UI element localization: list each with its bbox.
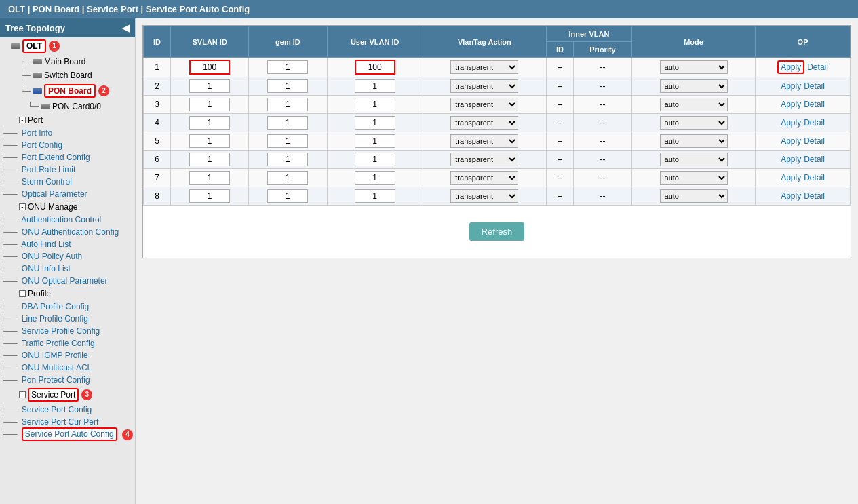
dba-link[interactable]: DBA Profile Config (22, 301, 89, 313)
apply-btn-6[interactable]: Apply (781, 173, 801, 182)
onu-policy-link[interactable]: ONU Policy Auth (22, 250, 82, 263)
input-uservlan-2[interactable] (355, 98, 395, 111)
input-uservlan-4[interactable] (355, 134, 395, 148)
nav-port-rate[interactable]: ├── Port Rate Limit (0, 163, 135, 176)
tree-section-profile[interactable]: - Profile (0, 287, 135, 301)
input-uservlan-3[interactable] (355, 116, 395, 130)
port-toggle[interactable]: - (19, 117, 26, 123)
nav-onu-policy[interactable]: ├── ONU Policy Auth (0, 250, 135, 263)
select-mode-6[interactable]: automanual (660, 171, 728, 185)
onu-optical-link[interactable]: ONU Optical Parameter (22, 275, 108, 287)
sidebar-collapse-btn[interactable]: ◀ (122, 22, 130, 33)
apply-btn-4[interactable]: Apply (781, 136, 801, 146)
select-mode-1[interactable]: automanual (660, 79, 728, 93)
input-gem-2[interactable] (267, 98, 308, 111)
detail-btn-7[interactable]: Detail (804, 191, 825, 201)
port-rate-link[interactable]: Port Rate Limit (22, 163, 75, 176)
nav-service-port-config[interactable]: ├── Service Port Config (0, 404, 135, 416)
apply-btn-2[interactable]: Apply (781, 100, 801, 109)
select-mode-7[interactable]: automanual (660, 189, 728, 203)
apply-btn-5[interactable]: Apply (781, 155, 801, 164)
detail-btn-0[interactable]: Detail (807, 62, 828, 72)
onu-auth-config-link[interactable]: ONU Authentication Config (22, 226, 119, 238)
detail-btn-1[interactable]: Detail (804, 81, 825, 91)
onu-manage-toggle[interactable]: - (19, 203, 26, 210)
input-svlan-3[interactable] (189, 116, 230, 130)
detail-btn-4[interactable]: Detail (804, 136, 825, 146)
nav-auto-find[interactable]: ├── Auto Find List (0, 238, 135, 250)
profile-toggle[interactable]: - (19, 290, 26, 297)
input-uservlan-6[interactable] (355, 171, 395, 185)
tree-item-pon-card[interactable]: └─ PON Card0/0 (0, 100, 135, 113)
nav-service-port-cur[interactable]: ├── Service Port Cur Perf (0, 416, 135, 428)
input-uservlan-5[interactable] (355, 153, 395, 166)
select-vlantag-6[interactable]: transparenttaguntag (450, 171, 518, 185)
nav-onu-auth-config[interactable]: ├── ONU Authentication Config (0, 226, 135, 238)
input-gem-3[interactable] (267, 116, 308, 130)
detail-btn-6[interactable]: Detail (804, 173, 825, 182)
service-port-cur-link[interactable]: Service Port Cur Perf (22, 416, 98, 428)
nav-service-port-auto[interactable]: └── Service Port Auto Config 4 (0, 428, 135, 442)
input-svlan-7[interactable] (189, 189, 230, 203)
apply-btn-7[interactable]: Apply (781, 191, 801, 201)
select-vlantag-7[interactable]: transparenttaguntag (450, 189, 518, 203)
detail-btn-2[interactable]: Detail (804, 100, 825, 109)
input-gem-6[interactable] (267, 171, 308, 185)
apply-btn-0[interactable]: Apply (777, 60, 804, 74)
port-extend-link[interactable]: Port Extend Config (22, 151, 90, 163)
service-profile-link[interactable]: Service Profile Config (22, 325, 100, 337)
detail-btn-5[interactable]: Detail (804, 155, 825, 164)
select-vlantag-1[interactable]: transparenttaguntag (450, 79, 518, 93)
nav-pon-protect[interactable]: └── Pon Protect Config (0, 374, 135, 386)
select-vlantag-4[interactable]: transparenttaguntag (450, 134, 518, 148)
service-port-label[interactable]: Service Port (28, 388, 79, 402)
storm-control-link[interactable]: Storm Control (22, 176, 72, 188)
tree-item-olt[interactable]: OLT 1 (0, 37, 135, 55)
input-gem-0[interactable] (267, 60, 308, 74)
apply-btn-3[interactable]: Apply (781, 118, 801, 128)
tree-item-switch-board[interactable]: ├─ Switch Board (0, 69, 135, 82)
traffic-profile-link[interactable]: Traffic Profile Config (22, 337, 95, 349)
apply-btn-1[interactable]: Apply (781, 81, 801, 91)
port-info-link[interactable]: Port Info (22, 127, 52, 139)
olt-label[interactable]: OLT (22, 39, 46, 53)
input-svlan-0[interactable] (189, 60, 230, 75)
nav-multicast-acl[interactable]: ├── ONU Multicast ACL (0, 362, 135, 374)
nav-port-extend[interactable]: ├── Port Extend Config (0, 151, 135, 163)
nav-optical-param[interactable]: └── Optical Parameter (0, 188, 135, 200)
optical-param-link[interactable]: Optical Parameter (22, 188, 87, 200)
nav-dba[interactable]: ├── DBA Profile Config (0, 301, 135, 313)
tree-item-main-board[interactable]: ├─ Main Board (0, 55, 135, 69)
select-vlantag-5[interactable]: transparenttaguntag (450, 153, 518, 166)
input-gem-1[interactable] (267, 79, 308, 93)
refresh-button[interactable]: Refresh (469, 222, 525, 241)
auto-find-link[interactable]: Auto Find List (21, 238, 71, 250)
pon-board-label[interactable]: PON Board (44, 84, 96, 98)
nav-igmp-profile[interactable]: ├── ONU IGMP Profile (0, 349, 135, 362)
igmp-profile-link[interactable]: ONU IGMP Profile (22, 349, 88, 362)
nav-onu-info[interactable]: ├── ONU Info List (0, 263, 135, 275)
input-gem-7[interactable] (267, 189, 308, 203)
nav-port-config[interactable]: ├── Port Config (0, 139, 135, 151)
nav-service-profile[interactable]: ├── Service Profile Config (0, 325, 135, 337)
select-mode-3[interactable]: automanual (660, 116, 728, 130)
input-svlan-5[interactable] (189, 153, 230, 166)
service-port-auto-link[interactable]: Service Port Auto Config (22, 427, 117, 441)
tree-section-port[interactable]: - Port (0, 113, 135, 127)
select-mode-5[interactable]: automanual (660, 153, 728, 166)
tree-section-onu-manage[interactable]: - ONU Manage (0, 200, 135, 214)
input-svlan-6[interactable] (189, 171, 230, 185)
select-mode-2[interactable]: automanual (660, 98, 728, 111)
input-svlan-2[interactable] (189, 98, 230, 111)
input-gem-5[interactable] (267, 153, 308, 166)
select-mode-0[interactable]: automanual (660, 60, 728, 74)
select-mode-4[interactable]: automanual (660, 134, 728, 148)
nav-auth-control[interactable]: ├── Authentication Control (0, 214, 135, 226)
onu-info-link[interactable]: ONU Info List (22, 263, 71, 275)
port-config-link[interactable]: Port Config (22, 139, 62, 151)
auth-control-link[interactable]: Authentication Control (21, 214, 101, 226)
select-vlantag-2[interactable]: transparenttaguntag (450, 98, 518, 111)
tree-item-pon-board[interactable]: ├─ PON Board 2 (0, 82, 135, 100)
pon-protect-link[interactable]: Pon Protect Config (22, 374, 90, 386)
input-gem-4[interactable] (267, 134, 308, 148)
